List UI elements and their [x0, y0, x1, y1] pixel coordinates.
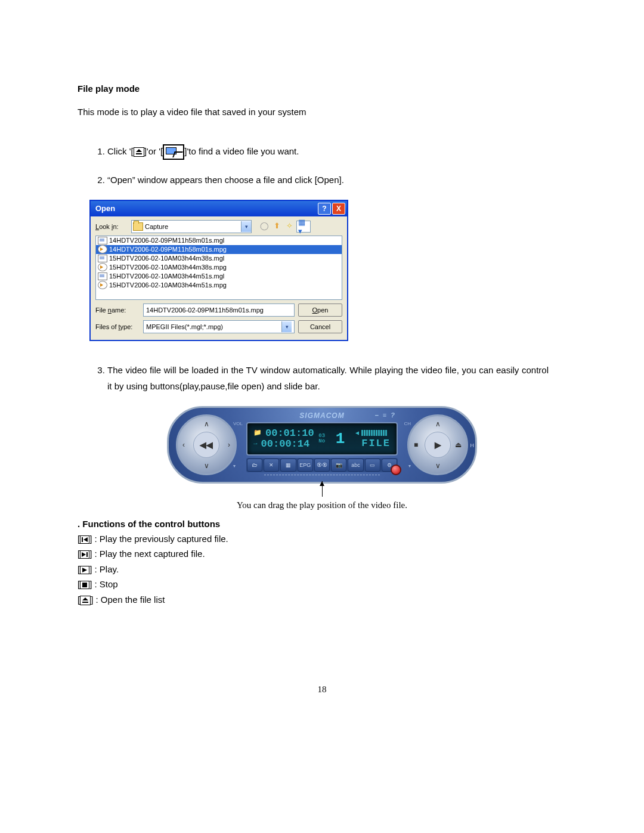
lcd-sub2: No: [318, 439, 325, 444]
svg-rect-3: [86, 552, 88, 557]
cancel-button[interactable]: Cancel: [298, 320, 342, 333]
wheel-right-icon[interactable]: ›: [228, 441, 230, 449]
player-figure: VOL ▾ ∧ ∨ ‹ › ◀◀ SIGMACOM – ≡ ?: [95, 406, 549, 510]
wheel-down-icon[interactable]: ∨: [435, 462, 441, 470]
step-2: “Open” window appears then choose a file…: [107, 172, 549, 188]
skip-next-icon: [80, 550, 89, 559]
play-icon: [80, 566, 89, 574]
tool-settings-icon[interactable]: ✕: [264, 459, 279, 472]
minimize-icon[interactable]: –: [375, 411, 379, 419]
level-bars: [361, 430, 387, 436]
svg-marker-1: [83, 537, 88, 542]
tool-grid-icon[interactable]: ▦: [280, 459, 296, 472]
wheel-up-icon[interactable]: ∧: [435, 420, 441, 428]
filetype-combo[interactable]: MPEGII Files(*.mgl;*.mpg) ▾: [143, 320, 295, 333]
mgl-file-icon: [98, 255, 107, 262]
view-menu-icon[interactable]: ▦ ▾: [296, 221, 311, 233]
eject-icon: [134, 147, 144, 157]
document-page: File play mode This mode is to play a vi…: [0, 0, 644, 730]
open-button[interactable]: Open: [298, 304, 342, 317]
look-in-value: Capture: [145, 223, 168, 230]
wheel-down-icon[interactable]: ∨: [204, 462, 209, 470]
seek-bar[interactable]: [264, 475, 380, 478]
elapsed-time: 00:01:10: [265, 428, 314, 439]
vol-label-down: ▾: [233, 463, 236, 469]
open-dialog: Open ? X Look in: Capture ▾ ◯ ⬆ ✧ ▦ ▾: [89, 200, 348, 341]
brand-bar: SIGMACOM – ≡ ?: [246, 411, 398, 420]
fn-eject: [] : Open the file list: [78, 592, 566, 608]
new-folder-icon[interactable]: ✧: [284, 221, 295, 231]
ch-label-up: CH: [404, 421, 411, 426]
file-item[interactable]: 15HDTV2006-02-10AM03h44m38s.mgl: [96, 254, 342, 263]
filetype-label: Files of type:: [95, 323, 140, 330]
look-in-combo[interactable]: Capture ▾: [131, 220, 252, 233]
file-item[interactable]: 15HDTV2006-02-10AM03h44m51s.mgl: [96, 272, 342, 281]
dialog-body: Look in: Capture ▾ ◯ ⬆ ✧ ▦ ▾ 14HDTV2006-…: [91, 216, 347, 340]
tool-open-icon[interactable]: 🗁: [247, 459, 262, 472]
player-panel: VOL ▾ ∧ ∨ ‹ › ◀◀ SIGMACOM – ≡ ?: [167, 406, 477, 484]
svg-marker-2: [82, 552, 86, 557]
remaining-time: 00:00:14: [261, 439, 310, 450]
back-icon[interactable]: ◯: [259, 221, 270, 231]
tool-capture-icon[interactable]: 📷: [331, 459, 346, 472]
eject-icon: [80, 596, 91, 605]
eject-button[interactable]: ⏏: [455, 441, 462, 449]
brand-label: SIGMACOM: [299, 411, 344, 420]
figure-caption: You can drag the play position of the vi…: [237, 500, 407, 510]
channel-number: 1: [330, 430, 351, 448]
file-item[interactable]: 15HDTV2006-02-10AM03h44m38s.mpg: [96, 263, 342, 272]
file-item[interactable]: 14HDTV2006-02-09PM11h58m01s.mpg: [96, 245, 342, 254]
look-in-label: Look in:: [95, 223, 128, 230]
svg-rect-5: [82, 583, 87, 587]
chevron-down-icon[interactable]: ▾: [241, 221, 251, 232]
fn-next: [] : Play the next captured file.: [78, 546, 566, 562]
file-item[interactable]: 15HDTV2006-02-10AM03h44m51s.mpg: [96, 281, 342, 290]
help-button[interactable]: ?: [318, 203, 331, 215]
section-heading: File play mode: [78, 83, 566, 94]
right-wheel[interactable]: ∧ ∨ ■ ⏏ ▶: [407, 414, 468, 475]
prev-file-button[interactable]: ◀◀: [193, 432, 219, 458]
record-button[interactable]: [391, 465, 401, 475]
step-1: Click '[]'or '[]'to find a video file yo…: [107, 143, 549, 160]
menu-icon[interactable]: ≡: [383, 411, 387, 419]
skip-prev-icon: [80, 535, 89, 544]
player-toolbar: 🗁 ✕ ▦ EPG ⦿⦿ 📷 abc ▭ ⚙: [246, 458, 398, 472]
ch-label-down: ▾: [408, 463, 411, 469]
wheel-up-icon[interactable]: ∧: [204, 420, 209, 428]
pointer-arrow-icon: [322, 481, 323, 497]
up-folder-icon[interactable]: ⬆: [271, 221, 282, 231]
filename-field[interactable]: 14HDTV2006-02-09PM11h58m01s.mpg: [143, 304, 295, 317]
page-number: 18: [78, 685, 566, 695]
arrow-icon: →: [253, 441, 258, 448]
stop-icon: [80, 581, 89, 589]
dialog-titlebar[interactable]: Open ? X: [91, 201, 347, 216]
fn-stop: [] : Stop: [78, 577, 566, 592]
stop-button[interactable]: ■: [414, 441, 418, 449]
filename-label: File name:: [95, 306, 140, 314]
step-3: The video file will be loaded in the TV …: [107, 362, 549, 394]
mpg-file-icon: [98, 245, 107, 253]
svg-rect-0: [82, 537, 83, 542]
file-list[interactable]: 14HDTV2006-02-09PM11h58m01s.mgl14HDTV200…: [95, 236, 342, 300]
mgl-file-icon: [98, 272, 107, 280]
play-button[interactable]: ▶: [425, 432, 451, 458]
wheel-left-icon[interactable]: ‹: [182, 441, 185, 449]
vol-label-up: VOL: [233, 421, 243, 426]
intro-paragraph: This mode is to play a video file that s…: [78, 106, 566, 119]
file-mode-icon: 📁: [253, 430, 262, 437]
help-icon[interactable]: ?: [391, 411, 395, 419]
dialog-title: Open: [95, 204, 115, 213]
tool-epg-button[interactable]: EPG: [298, 459, 313, 472]
close-button[interactable]: X: [332, 203, 345, 215]
chevron-down-icon[interactable]: ▾: [281, 321, 292, 332]
left-wheel[interactable]: ∧ ∨ ‹ › ◀◀: [176, 414, 237, 475]
functions-heading: . Functions of the control buttons: [78, 519, 566, 529]
fn-prev: [] : Play the previously captured file.: [78, 531, 566, 547]
tool-abc-button[interactable]: abc: [348, 459, 363, 472]
side-letter: H: [470, 442, 475, 448]
steps-list: Click '[]'or '[]'to find a video file yo…: [95, 143, 549, 188]
tool-window-icon[interactable]: ▭: [365, 459, 380, 472]
tool-audio-icon[interactable]: ⦿⦿: [314, 459, 330, 472]
folder-icon: [133, 222, 143, 231]
file-item[interactable]: 14HDTV2006-02-09PM11h58m01s.mgl: [96, 236, 342, 245]
